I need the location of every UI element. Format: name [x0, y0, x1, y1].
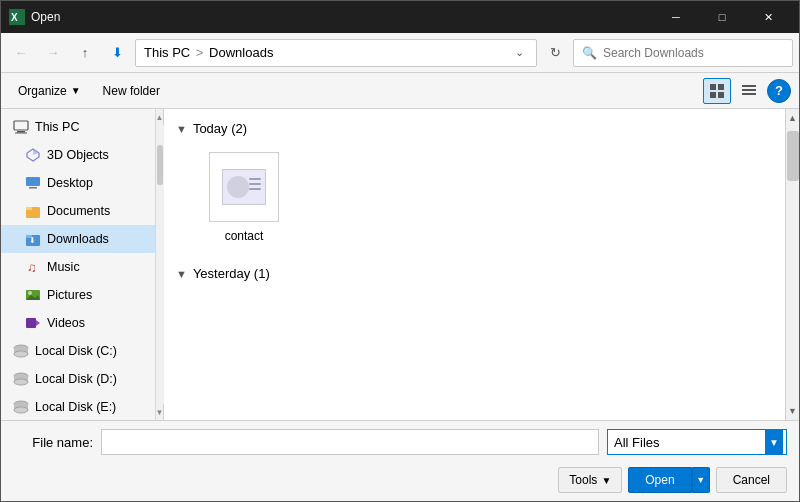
sidebar-label-documents: Documents: [47, 204, 110, 218]
organize-label: Organize: [18, 84, 67, 98]
path-part-downloads: Downloads: [209, 45, 273, 60]
filename-input[interactable]: [101, 429, 599, 455]
search-input[interactable]: [603, 46, 784, 60]
right-scroll-thumb[interactable]: [787, 131, 799, 181]
sidebar-item-local-disk-e[interactable]: Local Disk (E:): [1, 393, 155, 420]
address-path: This PC > Downloads: [144, 45, 506, 60]
new-folder-button[interactable]: New folder: [94, 78, 169, 104]
tools-label: Tools: [569, 473, 597, 487]
svg-rect-9: [14, 121, 28, 130]
svg-rect-4: [710, 92, 716, 98]
sidebar-item-local-disk-d[interactable]: Local Disk (D:): [1, 365, 155, 393]
right-scroll-up[interactable]: ▲: [786, 109, 800, 127]
today-chevron-icon[interactable]: ▼: [176, 123, 187, 135]
file-name-contact: contact: [225, 229, 264, 243]
address-chevron-icon[interactable]: ⌄: [510, 44, 528, 62]
sidebar-item-3dobjects[interactable]: 3D Objects: [1, 141, 155, 169]
cancel-button[interactable]: Cancel: [716, 467, 787, 493]
sidebar-item-downloads[interactable]: ⬇ Downloads: [1, 225, 155, 253]
svg-text:⬇: ⬇: [29, 236, 36, 245]
right-scroll-down[interactable]: ▼: [786, 402, 800, 420]
view-details-button[interactable]: [735, 78, 763, 104]
sidebar-label-3dobjects: 3D Objects: [47, 148, 109, 162]
videos-icon: [25, 315, 41, 331]
view-large-icons-button[interactable]: [703, 78, 731, 104]
sidebar-label-downloads: Downloads: [47, 232, 109, 246]
filetype-select[interactable]: All Files Excel Files (*.xlsx) Text File…: [607, 429, 787, 455]
yesterday-chevron-icon[interactable]: ▼: [176, 268, 187, 280]
svg-text:X: X: [11, 12, 18, 23]
search-box[interactable]: 🔍: [573, 39, 793, 67]
sidebar: This PC 3D Objects: [1, 109, 156, 420]
search-icon: 🔍: [582, 46, 597, 60]
help-button[interactable]: ?: [767, 79, 791, 103]
sidebar-scrollbar[interactable]: ▲ ▼: [156, 109, 164, 420]
thispc-icon: [13, 119, 29, 135]
back-button[interactable]: ←: [7, 39, 35, 67]
address-box[interactable]: This PC > Downloads ⌄: [135, 39, 537, 67]
local-disk-c-icon: [13, 343, 29, 359]
refresh-button[interactable]: ↻: [541, 39, 569, 67]
svg-point-32: [14, 379, 28, 385]
sidebar-scroll-down[interactable]: ▼: [156, 404, 164, 420]
close-button[interactable]: ✕: [745, 1, 791, 33]
app-icon: X: [9, 9, 25, 25]
sidebar-label-thispc: This PC: [35, 120, 79, 134]
sidebar-scroll-thumb[interactable]: [157, 145, 163, 185]
sidebar-item-desktop[interactable]: Desktop: [1, 169, 155, 197]
forward-button[interactable]: →: [39, 39, 67, 67]
svg-rect-6: [742, 85, 756, 87]
maximize-button[interactable]: □: [699, 1, 745, 33]
dialog-title: Open: [31, 10, 647, 24]
svg-point-35: [14, 407, 28, 413]
right-scrollbar[interactable]: ▲ ▼: [785, 109, 799, 420]
tools-button[interactable]: Tools ▼: [558, 467, 622, 493]
filename-row: File name: All Files Excel Files (*.xlsx…: [1, 421, 799, 463]
svg-rect-2: [710, 84, 716, 90]
svg-rect-25: [26, 318, 36, 328]
sidebar-item-local-disk-c[interactable]: Local Disk (C:): [1, 337, 155, 365]
sidebar-label-pictures: Pictures: [47, 288, 92, 302]
documents-icon: [25, 203, 41, 219]
svg-text:♫: ♫: [27, 260, 37, 274]
sidebar-label-desktop: Desktop: [47, 176, 93, 190]
sidebar-scroll-up[interactable]: ▲: [156, 109, 164, 125]
organize-button[interactable]: Organize ▼: [9, 78, 90, 104]
open-dropdown-button[interactable]: ▼: [692, 467, 710, 493]
title-bar: X Open ─ □ ✕: [1, 1, 799, 33]
sidebar-item-pictures[interactable]: Pictures: [1, 281, 155, 309]
desktop-icon: [25, 175, 41, 191]
3dobjects-icon: [25, 147, 41, 163]
svg-rect-10: [17, 131, 25, 133]
sidebar-label-local-disk-e: Local Disk (E:): [35, 400, 116, 414]
details-icon: [742, 84, 756, 98]
sidebar-item-thispc[interactable]: This PC: [1, 113, 155, 141]
toolbar: Organize ▼ New folder: [1, 73, 799, 109]
action-row: Tools ▼ Open ▼ Cancel: [1, 463, 799, 501]
music-icon: ♫: [25, 259, 41, 275]
svg-rect-11: [15, 133, 27, 134]
sidebar-item-videos[interactable]: Videos: [1, 309, 155, 337]
filename-label: File name:: [13, 435, 93, 450]
path-part-thispc: This PC: [144, 45, 190, 60]
today-section-title: Today (2): [193, 121, 247, 136]
sidebar-label-music: Music: [47, 260, 80, 274]
toolbar-right: ?: [703, 78, 791, 104]
minimize-button[interactable]: ─: [653, 1, 699, 33]
new-folder-label: New folder: [103, 84, 160, 98]
section-today-header: ▼ Today (2): [176, 121, 773, 136]
svg-rect-5: [718, 92, 724, 98]
sidebar-item-documents[interactable]: Documents: [1, 197, 155, 225]
sidebar-label-videos: Videos: [47, 316, 85, 330]
file-item-contact[interactable]: contact: [194, 144, 294, 250]
contact-avatar: [227, 176, 249, 198]
sidebar-item-music[interactable]: ♫ Music: [1, 253, 155, 281]
local-disk-d-icon: [13, 371, 29, 387]
today-files-grid: contact: [176, 144, 773, 250]
yesterday-section-title: Yesterday (1): [193, 266, 270, 281]
large-icons-icon: [710, 84, 724, 98]
pictures-icon: [25, 287, 41, 303]
open-button[interactable]: Open: [628, 467, 691, 493]
svg-point-29: [14, 351, 28, 357]
up-button[interactable]: ↑: [71, 39, 99, 67]
